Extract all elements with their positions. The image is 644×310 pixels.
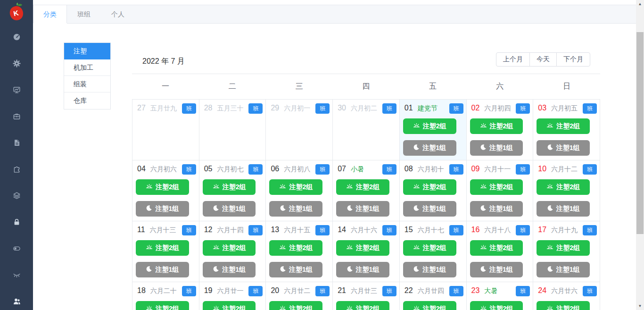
day-cell-10[interactable]: 10六月十二班注塑2组注塑1组 bbox=[533, 160, 600, 221]
day-shift-button[interactable]: 注塑2组 bbox=[470, 240, 523, 256]
sidebar-item-briefcase[interactable] bbox=[0, 104, 33, 130]
sidebar-item-toggle[interactable] bbox=[0, 236, 33, 262]
night-shift-button[interactable]: 注塑1组 bbox=[403, 201, 456, 217]
night-shift-button[interactable]: 注塑1组 bbox=[537, 201, 590, 217]
day-shift-button[interactable]: 注塑2组 bbox=[336, 240, 389, 256]
sidebar-item-users[interactable] bbox=[0, 289, 33, 310]
day-shift-button[interactable]: 注塑2组 bbox=[537, 118, 590, 134]
shift-status-badge[interactable]: 班 bbox=[516, 164, 530, 175]
category-item-3[interactable]: 仓库 bbox=[64, 92, 110, 109]
shift-status-badge[interactable]: 班 bbox=[182, 103, 196, 114]
shift-status-badge[interactable]: 班 bbox=[315, 225, 330, 235]
day-cell-21[interactable]: 21六月廿三班注塑2组注塑1组 bbox=[333, 282, 400, 310]
day-cell-17[interactable]: 17六月十九班注塑2组注塑1组 bbox=[533, 221, 600, 282]
shift-status-badge[interactable]: 班 bbox=[248, 286, 263, 296]
day-shift-button[interactable]: 注塑2组 bbox=[336, 179, 389, 195]
shift-status-badge[interactable]: 班 bbox=[315, 164, 330, 175]
day-shift-button[interactable]: 注塑2组 bbox=[403, 179, 456, 195]
tab-team[interactable]: 班组 bbox=[67, 5, 101, 23]
sidebar-item-settings[interactable] bbox=[0, 51, 33, 77]
day-cell-07[interactable]: 07小暑班注塑2组注塑1组 bbox=[333, 160, 400, 221]
tab-personal[interactable]: 个人 bbox=[101, 5, 135, 23]
sidebar-item-document[interactable] bbox=[0, 130, 33, 157]
night-shift-button[interactable]: 注塑1组 bbox=[269, 201, 322, 217]
day-shift-button[interactable]: 注塑2组 bbox=[269, 301, 322, 310]
day-shift-button[interactable]: 注塑2组 bbox=[269, 179, 322, 195]
night-shift-button[interactable]: 注塑1组 bbox=[136, 201, 189, 217]
day-cell-29[interactable]: 29六月初一班 bbox=[266, 100, 333, 160]
shift-status-badge[interactable]: 班 bbox=[516, 225, 530, 235]
day-shift-button[interactable]: 注塑2组 bbox=[470, 179, 523, 195]
shift-status-badge[interactable]: 班 bbox=[583, 225, 597, 235]
day-cell-01[interactable]: 01建党节班注塑2组注塑1组 bbox=[400, 100, 467, 160]
sidebar-item-monitor-chart[interactable] bbox=[0, 77, 33, 104]
shift-status-badge[interactable]: 班 bbox=[583, 103, 597, 114]
category-item-1[interactable]: 机加工 bbox=[64, 59, 110, 76]
shift-status-badge[interactable]: 班 bbox=[583, 286, 597, 296]
day-cell-06[interactable]: 06六月初八班注塑2组注塑1组 bbox=[266, 160, 333, 221]
day-cell-11[interactable]: 11六月十三班注塑2组注塑1组 bbox=[132, 221, 199, 282]
scrollbar-down-arrow[interactable]: ▼ bbox=[636, 302, 644, 310]
app-logo[interactable]: K bbox=[6, 2, 27, 23]
shift-status-badge[interactable]: 班 bbox=[449, 164, 463, 175]
day-cell-12[interactable]: 12六月十四班注塑2组注塑1组 bbox=[199, 221, 266, 282]
night-shift-button[interactable]: 注塑1组 bbox=[403, 262, 456, 277]
day-cell-28[interactable]: 28五月三十班 bbox=[199, 100, 266, 160]
day-cell-23[interactable]: 23大暑班注塑2组注塑1组 bbox=[467, 282, 534, 310]
shift-status-badge[interactable]: 班 bbox=[516, 286, 530, 296]
day-shift-button[interactable]: 注塑2组 bbox=[203, 179, 256, 195]
day-cell-04[interactable]: 04六月初六班注塑2组注塑1组 bbox=[132, 160, 199, 221]
shift-status-badge[interactable]: 班 bbox=[449, 286, 463, 296]
shift-status-badge[interactable]: 班 bbox=[382, 225, 396, 235]
day-cell-19[interactable]: 19六月廿一班注塑2组注塑1组 bbox=[199, 282, 266, 310]
night-shift-button[interactable]: 注塑1组 bbox=[336, 201, 389, 217]
night-shift-button[interactable]: 注塑1组 bbox=[403, 140, 456, 156]
day-shift-button[interactable]: 注塑2组 bbox=[537, 179, 590, 195]
day-shift-button[interactable]: 注塑2组 bbox=[537, 240, 590, 256]
shift-status-badge[interactable]: 班 bbox=[248, 103, 263, 114]
scrollbar-up-arrow[interactable]: ▲ bbox=[636, 0, 644, 8]
night-shift-button[interactable]: 注塑1组 bbox=[203, 201, 256, 217]
shift-status-badge[interactable]: 班 bbox=[182, 225, 196, 235]
shift-status-badge[interactable]: 班 bbox=[182, 164, 196, 175]
night-shift-button[interactable]: 注塑1组 bbox=[537, 262, 590, 277]
day-shift-button[interactable]: 注塑2组 bbox=[470, 118, 523, 134]
night-shift-button[interactable]: 注塑1组 bbox=[470, 201, 523, 217]
night-shift-button[interactable]: 注塑1组 bbox=[537, 140, 590, 156]
day-shift-button[interactable]: 注塑2组 bbox=[136, 179, 189, 195]
day-shift-button[interactable]: 注塑2组 bbox=[470, 301, 523, 310]
night-shift-button[interactable]: 注塑1组 bbox=[336, 262, 389, 277]
day-shift-button[interactable]: 注塑2组 bbox=[403, 118, 456, 134]
sidebar-item-eye-closed[interactable] bbox=[0, 262, 33, 289]
prev-month-button[interactable]: 上个月 bbox=[496, 52, 530, 67]
sidebar-item-lock[interactable] bbox=[0, 209, 33, 236]
day-cell-08[interactable]: 08六月初十班注塑2组注塑1组 bbox=[400, 160, 467, 221]
day-shift-button[interactable]: 注塑2组 bbox=[537, 301, 590, 310]
day-cell-13[interactable]: 13六月十五班注塑2组注塑1组 bbox=[266, 221, 333, 282]
night-shift-button[interactable]: 注塑1组 bbox=[470, 140, 523, 156]
day-shift-button[interactable]: 注塑2组 bbox=[203, 240, 256, 256]
scrollbar[interactable]: ▲ ▼ bbox=[636, 0, 644, 310]
day-shift-button[interactable]: 注塑2组 bbox=[403, 301, 456, 310]
shift-status-badge[interactable]: 班 bbox=[315, 103, 330, 114]
day-cell-22[interactable]: 22六月廿四班注塑2组注塑1组 bbox=[400, 282, 467, 310]
shift-status-badge[interactable]: 班 bbox=[182, 286, 196, 296]
sidebar-item-layers[interactable] bbox=[0, 183, 33, 209]
day-cell-05[interactable]: 05六月初七班注塑2组注塑1组 bbox=[199, 160, 266, 221]
night-shift-button[interactable]: 注塑1组 bbox=[203, 262, 256, 277]
category-item-0[interactable]: 注塑 bbox=[64, 43, 110, 59]
day-shift-button[interactable]: 注塑2组 bbox=[269, 240, 322, 256]
tab-classification[interactable]: 分类 bbox=[33, 5, 67, 23]
day-cell-16[interactable]: 16六月十八班注塑2组注塑1组 bbox=[467, 221, 534, 282]
night-shift-button[interactable]: 注塑1组 bbox=[136, 262, 189, 277]
next-month-button[interactable]: 下个月 bbox=[556, 52, 590, 67]
day-shift-button[interactable]: 注塑2组 bbox=[336, 301, 389, 310]
shift-status-badge[interactable]: 班 bbox=[449, 103, 463, 114]
shift-status-badge[interactable]: 班 bbox=[248, 225, 263, 235]
day-shift-button[interactable]: 注塑2组 bbox=[203, 301, 256, 310]
day-shift-button[interactable]: 注塑2组 bbox=[403, 240, 456, 256]
shift-status-badge[interactable]: 班 bbox=[382, 103, 396, 114]
sidebar-item-puzzle[interactable] bbox=[0, 157, 33, 183]
category-item-2[interactable]: 组装 bbox=[64, 76, 110, 92]
shift-status-badge[interactable]: 班 bbox=[315, 286, 330, 296]
